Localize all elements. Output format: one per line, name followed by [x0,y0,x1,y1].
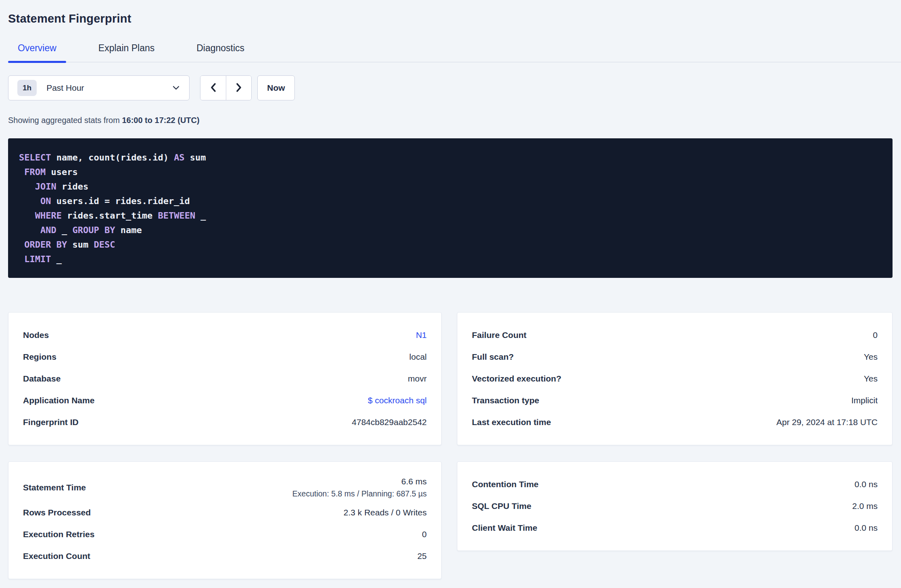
sql-keyword: FROM [24,167,46,177]
sql-text: rides [56,181,88,192]
statement-times-card: Statement Time6.6 msExecution: 5.8 ms / … [8,461,442,579]
row-value: 25 [417,551,427,561]
card-row: Contention Time0.0 ns [472,473,878,495]
row-value: Implicit [851,396,878,405]
row-value-link[interactable]: N1 [416,330,427,340]
tab-overview[interactable]: Overview [8,36,66,62]
row-value: 6.6 ms [292,477,427,486]
sql-keyword: AND [40,225,56,235]
sql-keyword: DESC [94,240,115,250]
row-value: 0.0 ns [855,523,878,533]
row-label: Transaction type [472,396,539,405]
sql-text: name [115,225,142,235]
card-row: Execution Count25 [23,545,427,567]
time-controls: 1h Past Hour Now [8,75,893,100]
now-button[interactable]: Now [257,75,295,100]
sql-text: _ [56,225,73,235]
statement-details-card: NodesN1RegionslocalDatabasemovrApplicati… [8,312,442,445]
tab-bar: OverviewExplain PlansDiagnostics [8,36,901,63]
row-value-wrap: 2.3 k Reads / 0 Writes [344,505,427,521]
row-value-wrap: $ cockroach sql [368,392,427,409]
wait-times-card: Contention Time0.0 nsSQL CPU Time2.0 msC… [457,461,893,551]
card-row: Vectorized execution?Yes [472,368,878,390]
card-row: Rows Processed2.3 k Reads / 0 Writes [23,502,427,523]
row-label: Last execution time [472,417,551,427]
sql-keyword: ORDER BY [24,240,67,250]
sql-line: ORDER BY sum DESC [19,238,881,252]
sql-text [19,225,40,235]
row-label: Vectorized execution? [472,374,561,384]
card-row: NodesN1 [23,324,427,346]
row-label: Database [23,374,60,384]
time-range-badge: 1h [17,80,37,96]
row-value: Apr 29, 2024 at 17:18 UTC [776,417,878,427]
row-value: Yes [864,374,878,384]
execution-attributes-card: Failure Count0Full scan?YesVectorized ex… [457,312,893,445]
sql-text: _ [51,254,62,264]
sql-keyword: ON [40,196,51,206]
card-row: Failure Count0 [472,324,878,346]
row-value-wrap: local [409,349,427,365]
row-value-wrap: 2.0 ms [852,498,878,514]
tab-diagnostics[interactable]: Diagnostics [187,36,254,62]
sql-keyword: BETWEEN [158,211,195,221]
row-value: 2.3 k Reads / 0 Writes [344,508,427,517]
row-label: Application Name [23,396,94,405]
row-subvalue: Execution: 5.8 ms / Planning: 687.5 µs [292,489,427,498]
aggregated-stats-prefix: Showing aggregated stats from [8,116,122,125]
tab-explain-plans[interactable]: Explain Plans [89,36,164,62]
card-row: Fingerprint ID4784cb829aab2542 [23,411,427,433]
row-label: Full scan? [472,352,514,362]
row-value-wrap: 4784cb829aab2542 [352,414,427,430]
row-value-wrap: Apr 29, 2024 at 17:18 UTC [776,414,878,430]
row-value: local [409,352,427,362]
row-value: 4784cb829aab2542 [352,417,427,427]
aggregated-stats-range: 16:00 to 17:22 (UTC) [122,116,199,125]
row-label: SQL CPU Time [472,501,531,511]
row-label: Regions [23,352,56,362]
row-label: Fingerprint ID [23,417,79,427]
sql-line: AND _ GROUP BY name [19,223,881,238]
sql-text: sum [185,152,206,163]
card-row: Client Wait Time0.0 ns [472,517,878,539]
chevron-left-icon [209,82,218,94]
sql-keyword: LIMIT [24,254,51,264]
sql-line: WHERE rides.start_time BETWEEN _ [19,209,881,223]
sql-text [19,254,24,264]
sql-line: JOIN rides [19,179,881,194]
sql-keyword: GROUP BY [72,225,115,235]
row-label: Execution Count [23,551,90,561]
previous-time-range-button[interactable] [200,76,226,100]
row-label: Nodes [23,330,49,340]
row-value-link[interactable]: $ cockroach sql [368,396,427,405]
row-value: 0 [873,330,878,340]
card-row: Full scan?Yes [472,346,878,368]
sql-text [19,211,35,221]
row-value-wrap: 0 [873,327,878,343]
row-label: Execution Retries [23,530,94,539]
row-value-wrap: N1 [416,327,427,343]
row-value-wrap: movr [408,371,427,387]
row-value: 2.0 ms [852,501,878,511]
row-value-wrap: 6.6 msExecution: 5.8 ms / Planning: 687.… [292,473,427,502]
time-range-dropdown[interactable]: 1h Past Hour [8,75,190,100]
row-value-wrap: Implicit [851,392,878,409]
next-time-range-button[interactable] [226,76,251,100]
page-title: Statement Fingerprint [8,10,893,27]
row-value: 0.0 ns [855,480,878,489]
sql-keyword: WHERE [35,211,62,221]
row-value-wrap: 0.0 ns [855,520,878,536]
row-value-wrap: 0.0 ns [855,476,878,492]
row-value-wrap: 0 [422,526,427,542]
card-row: Last execution timeApr 29, 2024 at 17:18… [472,411,878,433]
card-row: Execution Retries0 [23,523,427,545]
sql-line: FROM users [19,165,881,179]
card-row: SQL CPU Time2.0 ms [472,495,878,517]
row-label: Client Wait Time [472,523,537,533]
chevron-down-icon [173,85,179,90]
summary-cards: NodesN1RegionslocalDatabasemovrApplicati… [8,312,893,579]
row-value: 0 [422,530,427,539]
sql-text: users.id = rides.rider_id [51,196,190,206]
card-row: Application Name$ cockroach sql [23,390,427,411]
row-label: Failure Count [472,330,526,340]
